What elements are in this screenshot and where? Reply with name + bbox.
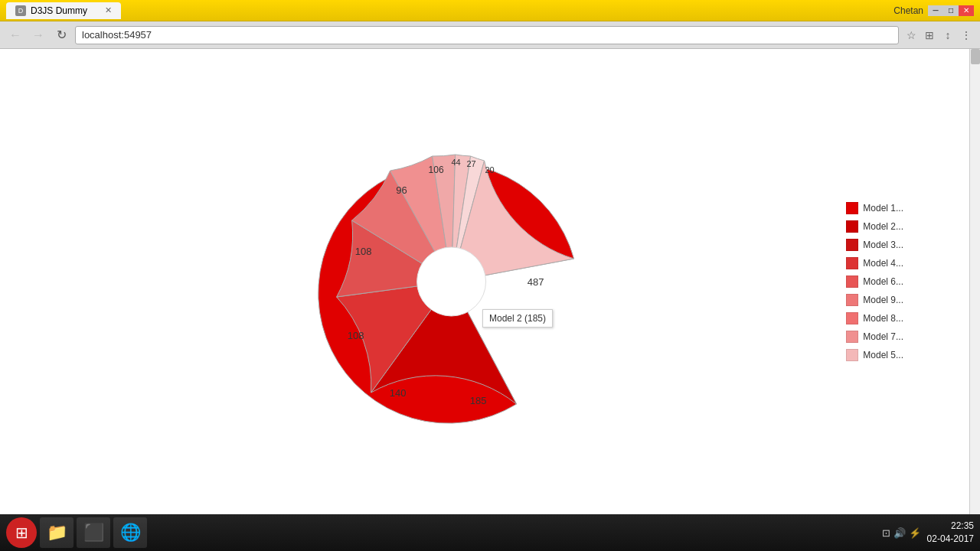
taskbar-chrome[interactable]: 🌐	[113, 517, 147, 548]
network-icon: ⊡	[882, 527, 890, 539]
back-button[interactable]: ←	[6, 26, 24, 44]
visual-studio-icon: ⬛	[83, 523, 104, 543]
url-text: localhost:54957	[82, 29, 152, 41]
date-display: 02-04-2017	[927, 533, 974, 546]
legend-item-model3: Model 3...	[846, 239, 903, 251]
bookmark-icon[interactable]: ☆	[903, 28, 919, 43]
browser-tab[interactable]: D D3JS Dummy ✕	[6, 2, 121, 19]
taskbar: ⊞ 📁 ⬛ 🌐 ⊡ 🔊 ⚡ 22:35 02-04-2017	[0, 514, 980, 551]
legend-color-model8	[846, 312, 858, 324]
legend-color-model7	[846, 331, 858, 343]
scrollbar-thumb[interactable]	[971, 49, 980, 64]
menu-icon[interactable]: ⋮	[959, 28, 974, 43]
donut-center	[417, 247, 486, 316]
legend-item-model5: Model 5...	[846, 349, 903, 361]
label-model9: 106	[429, 165, 444, 175]
user-label: Chetan	[893, 5, 923, 16]
close-button[interactable]: ✕	[959, 5, 974, 16]
legend-label-model9: Model 9...	[863, 295, 903, 305]
titlebar: D D3JS Dummy ✕ Chetan ─ □ ✕	[0, 0, 980, 21]
pie-chart: 487 185 140 108 108 96 106 44 27 20	[291, 121, 612, 442]
system-tray: ⊡ 🔊 ⚡	[882, 527, 921, 539]
legend-label-model7: Model 7...	[863, 331, 903, 342]
refresh-button[interactable]: ↻	[52, 26, 70, 44]
legend-item-model6: Model 6...	[846, 276, 903, 288]
label-model10: 27	[466, 159, 475, 168]
toolbar-icons: ☆ ⊞ ↕ ⋮	[903, 28, 974, 43]
volume-icon: 🔊	[893, 527, 906, 539]
tab-title: D3JS Dummy	[31, 5, 87, 16]
time-display: 22:35	[927, 520, 974, 533]
label-model7: 96	[396, 184, 407, 196]
legend-color-model2	[846, 220, 858, 233]
legend-color-model3	[846, 239, 858, 251]
legend-color-model5	[846, 349, 858, 361]
battery-icon: ⚡	[909, 527, 921, 539]
legend-label-model6: Model 6...	[863, 276, 903, 287]
label-model1: 487	[528, 276, 544, 288]
sync-icon[interactable]: ↕	[940, 28, 956, 43]
start-button[interactable]: ⊞	[6, 517, 37, 548]
tab-close-button[interactable]: ✕	[105, 5, 112, 15]
legend-item-model9: Model 9...	[846, 294, 903, 306]
legend-color-model9	[846, 294, 858, 306]
taskbar-right: ⊡ 🔊 ⚡ 22:35 02-04-2017	[882, 520, 974, 546]
maximize-button[interactable]: □	[943, 5, 959, 16]
forward-button[interactable]: →	[29, 26, 47, 44]
extension-icon[interactable]: ⊞	[922, 28, 937, 43]
taskbar-file-explorer[interactable]: 📁	[40, 517, 74, 548]
clock: 22:35 02-04-2017	[927, 520, 974, 546]
legend-item-model1: Model 1...	[846, 202, 903, 214]
file-explorer-icon: 📁	[47, 523, 67, 543]
legend-item-model7: Model 7...	[846, 331, 903, 343]
legend-item-model8: Model 8...	[846, 312, 903, 324]
legend-color-model1	[846, 202, 858, 214]
label-model4: 108	[348, 330, 364, 341]
address-bar[interactable]: localhost:54957	[75, 26, 899, 44]
minimize-button[interactable]: ─	[928, 5, 943, 16]
tab-favicon: D	[15, 5, 26, 16]
label-model3: 140	[390, 387, 407, 399]
label-model6: 108	[355, 246, 372, 257]
legend-label-model4: Model 4...	[863, 258, 903, 269]
chart-legend: Model 1... Model 2... Model 3... Model 4…	[846, 202, 903, 361]
chrome-icon: 🌐	[120, 523, 141, 543]
label-model5: 44	[451, 158, 460, 167]
scrollbar[interactable]	[969, 49, 980, 514]
legend-label-model1: Model 1...	[863, 203, 903, 214]
legend-color-model6	[846, 276, 858, 288]
browser-toolbar: ← → ↻ localhost:54957 ☆ ⊞ ↕ ⋮	[0, 21, 980, 49]
label-model2: 185	[470, 395, 487, 406]
page-content: 487 185 140 108 108 96 106 44 27 20 Mode…	[0, 49, 980, 514]
legend-label-model2: Model 2...	[863, 221, 903, 232]
legend-item-model2: Model 2...	[846, 220, 903, 233]
legend-label-model3: Model 3...	[863, 240, 903, 250]
taskbar-visual-studio[interactable]: ⬛	[77, 517, 110, 548]
label-extra: 20	[485, 165, 494, 174]
legend-item-model4: Model 4...	[846, 257, 903, 269]
legend-color-model4	[846, 257, 858, 269]
legend-label-model5: Model 5...	[863, 350, 903, 360]
legend-label-model8: Model 8...	[863, 313, 903, 324]
